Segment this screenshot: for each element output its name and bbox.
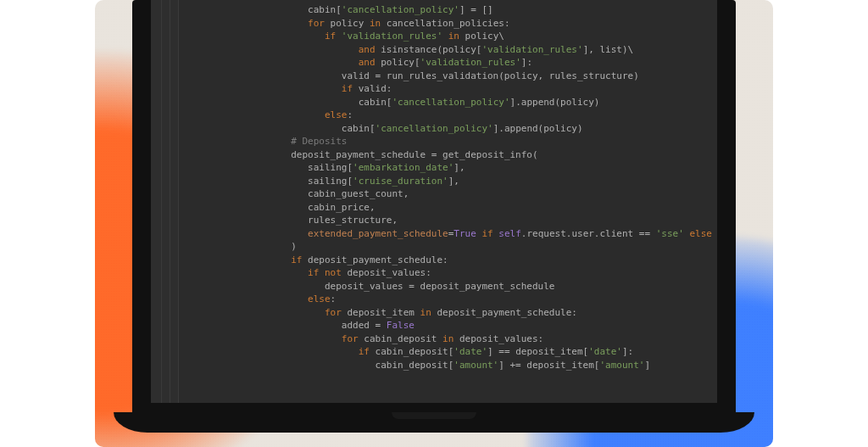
laptop-trackpad-notch — [392, 412, 476, 419]
code-line: if deposit_payment_schedule: — [190, 254, 714, 267]
code-line: cabin_deposit['amount'] += deposit_item[… — [190, 359, 714, 372]
laptop-mockup: cabin['cancellation_policy'] = [] for po… — [132, 0, 736, 433]
code-line: cabin_guest_count, — [190, 187, 714, 201]
laptop-base — [114, 412, 754, 433]
laptop-bezel: cabin['cancellation_policy'] = [] for po… — [132, 0, 736, 416]
code-line: if valid: — [190, 82, 714, 96]
code-line: cabin['cancellation_policy'] = [] — [190, 3, 714, 17]
code-line: for policy in cancellation_policies: — [190, 17, 714, 31]
code-line: cabin['cancellation_policy'].append(poli… — [190, 96, 714, 109]
code-line: if not deposit_values: — [190, 266, 714, 280]
code-line: # Deposits — [190, 135, 714, 148]
code-line: for cabin_deposit in deposit_values: — [190, 332, 714, 346]
code-line: rules_structure, — [190, 214, 714, 227]
code-line: and isinstance(policy['validation_rules'… — [190, 43, 714, 57]
code-line: sailing['embarkation_date'], — [190, 161, 714, 175]
code-line: sailing['cruise_duration'], — [190, 175, 714, 188]
code-line: ) — [190, 240, 714, 254]
code-line: cabin_price, — [190, 201, 714, 215]
code-line: if 'validation_rules' in policy\ — [190, 30, 714, 43]
code-line: for deposit_item in deposit_payment_sche… — [190, 306, 714, 320]
code-line: valid = run_rules_validation(policy, rul… — [190, 70, 714, 83]
code-line: added = False — [190, 319, 714, 332]
code-line: else: — [190, 109, 714, 122]
editor-gutter — [151, 0, 179, 403]
code-line: else: — [190, 293, 714, 306]
code-block: cabin['cancellation_policy'] = [] for po… — [190, 3, 714, 372]
code-line: and policy['validation_rules']: — [190, 56, 714, 70]
code-line: deposit_values = deposit_payment_schedul… — [190, 280, 714, 293]
code-line: extended_payment_schedule=True if self.r… — [190, 227, 714, 241]
code-editor-viewport: cabin['cancellation_policy'] = [] for po… — [151, 0, 717, 403]
code-line: if cabin_deposit['date'] == deposit_item… — [190, 345, 714, 359]
code-line: deposit_payment_schedule = get_deposit_i… — [190, 148, 714, 162]
code-line: cabin['cancellation_policy'].append(poli… — [190, 122, 714, 136]
